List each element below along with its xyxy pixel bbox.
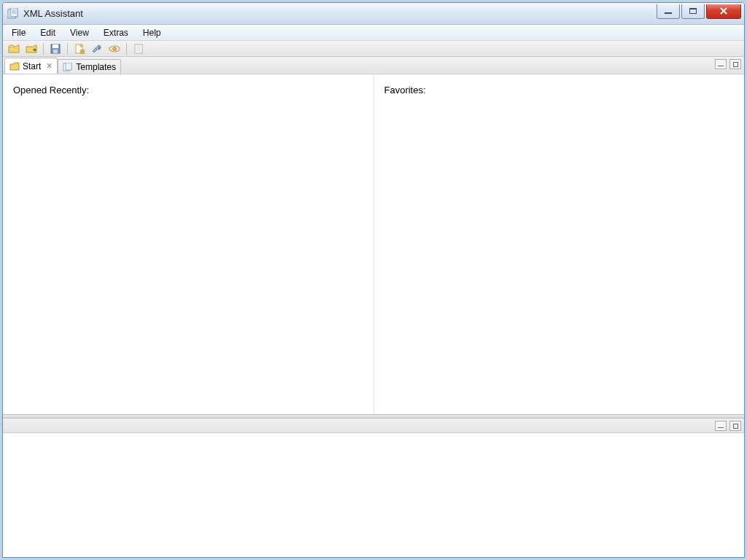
toolbar-separator (67, 43, 68, 55)
toolbar-separator (43, 43, 44, 55)
bottom-tabbar-controls (715, 421, 741, 431)
svg-rect-7 (53, 50, 58, 53)
tab-templates[interactable]: Templates (58, 59, 121, 74)
tabbar: Start ✕ Templates (3, 57, 744, 74)
menu-edit[interactable]: Edit (33, 25, 63, 40)
menubar: File Edit View Extras Help (3, 25, 744, 41)
recent-pane: Opened Recently: (3, 74, 374, 414)
page-icon[interactable] (131, 42, 147, 56)
open-folder-with-arrow-icon[interactable] (23, 42, 39, 56)
toolbar-separator (126, 43, 127, 55)
svg-rect-20 (66, 63, 71, 70)
tab-label: Start (23, 61, 41, 71)
tab-close-icon[interactable]: ✕ (44, 61, 53, 71)
svg-rect-1 (10, 8, 18, 17)
minimize-button[interactable] (657, 4, 680, 19)
save-icon[interactable] (47, 42, 63, 56)
bottom-tabbar (3, 419, 744, 433)
maximize-view-icon[interactable] (729, 59, 741, 69)
menu-file[interactable]: File (4, 25, 33, 40)
new-document-icon[interactable] (71, 42, 88, 56)
toolbar (3, 41, 744, 57)
maximize-view-icon[interactable] (729, 421, 741, 431)
svg-point-13 (113, 47, 117, 50)
recent-heading: Opened Recently: (13, 85, 363, 96)
menu-extras[interactable]: Extras (96, 25, 136, 40)
tab-start[interactable]: Start ✕ (4, 58, 58, 74)
window-title: XML Assistant (23, 8, 655, 19)
svg-rect-6 (53, 44, 58, 48)
bottom-content (3, 433, 744, 557)
app-window: XML Assistant File Edit View Extras Help (2, 2, 745, 558)
templates-icon (63, 63, 73, 71)
minimize-view-icon[interactable] (715, 421, 727, 431)
folder-icon (9, 62, 20, 71)
menu-help[interactable]: Help (136, 25, 169, 40)
open-folder-icon[interactable] (6, 42, 22, 56)
app-icon (7, 8, 19, 20)
maximize-button[interactable] (681, 4, 705, 19)
eye-icon[interactable] (107, 42, 123, 56)
wrench-icon[interactable] (89, 42, 105, 56)
window-controls (655, 4, 741, 19)
close-button[interactable] (706, 4, 741, 19)
bottom-panel (3, 419, 744, 557)
svg-rect-14 (135, 44, 142, 53)
main-area: Opened Recently: Favorites: (3, 74, 744, 414)
tab-label: Templates (76, 62, 116, 72)
titlebar: XML Assistant (3, 3, 744, 25)
tabbar-controls (715, 59, 741, 69)
favorites-pane: Favorites: (374, 74, 745, 414)
minimize-view-icon[interactable] (715, 59, 727, 69)
menu-view[interactable]: View (63, 25, 96, 40)
favorites-heading: Favorites: (384, 85, 735, 96)
